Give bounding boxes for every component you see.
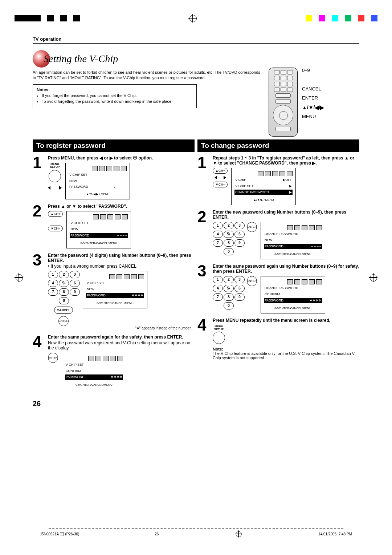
step3b-text: If you input a wrong number, press CANCE… xyxy=(51,264,138,269)
cancel-button-icon: CANCEL xyxy=(54,307,73,314)
enter-button-icon: ENTER xyxy=(247,276,257,286)
footer-meta: J5N00621A [E] (P26-30) 26 14/01/2005, 7:… xyxy=(33,528,359,538)
menu-button-icon xyxy=(213,332,225,344)
remote-label-enter: ENTER xyxy=(302,95,324,101)
section-label: TV operation xyxy=(33,36,359,42)
header-rule xyxy=(33,43,359,44)
mask-note: "✲" appears instead of the number. xyxy=(48,326,195,330)
r-step4-text: Press MENU repeatedly until the menu scr… xyxy=(213,318,330,323)
footer-left: J5N00621A [E] (P26-30) xyxy=(40,532,79,536)
enter-button-icon: ENTER xyxy=(48,353,58,363)
step-number: 1 xyxy=(197,155,210,205)
remote-labels: 0–9 CANCEL ENTER ▲/▼/◀/▶ MENU xyxy=(302,68,324,120)
step-number: 3 xyxy=(33,253,45,330)
printer-registration-bar xyxy=(0,14,392,23)
ch-up-icon: ▲CH+ xyxy=(48,211,63,217)
note-item: To avoid forgetting the password, write … xyxy=(42,99,193,104)
step-number: 2 xyxy=(197,210,210,259)
col-register: To register password 1 Press MENU, then … xyxy=(33,139,195,394)
number-pad-icon: 123 45•6 789 0 xyxy=(213,276,244,309)
step-number: 4 xyxy=(197,318,210,360)
step-number: 1 xyxy=(33,155,45,199)
left-arrow-icon xyxy=(215,176,217,179)
registration-mark-icon xyxy=(235,530,242,537)
osd-screen: V-CHIP SET CONFIRM PASSWORD✲✲✲✲ 0-9/ENTE… xyxy=(62,353,126,390)
ch-up-icon: ▲CH+ xyxy=(213,168,228,174)
menu-button-icon xyxy=(49,170,61,182)
note-heading: Note: xyxy=(213,347,223,351)
menu-setup-label: MENU SETUP xyxy=(214,325,224,331)
step3-text: Enter the password (4 digits) using Numb… xyxy=(48,253,191,263)
remote-label-cancel: CANCEL xyxy=(302,86,324,92)
osd-screen: V-CHIP SET NEW PASSWORD– – – – 0-9/ENTER… xyxy=(66,211,131,248)
note-body: The V-Chip feature is available only for… xyxy=(213,351,356,360)
col-heading: To register password xyxy=(33,139,195,152)
osd-screen: V-CHIP SET NEW PASSWORD: – – – – ▲/▼/◀/▶… xyxy=(65,163,130,199)
remote-icon xyxy=(269,68,298,137)
right-arrow-icon xyxy=(59,186,62,190)
number-pad-icon: 123 45•6 789 0 xyxy=(48,271,79,304)
number-pad-icon: 123 45•6 789 0 xyxy=(213,222,244,255)
step1-text: Press MENU, then press ◀ or ▶ to select … xyxy=(48,155,153,161)
step2-text: Press ▲ or ▼ to select "PASSWORD". xyxy=(48,204,127,209)
left-arrow-icon xyxy=(48,186,50,190)
enter-button-icon: ENTER xyxy=(58,316,69,326)
step-number: 3 xyxy=(197,264,210,313)
color-blocks-left xyxy=(15,15,80,21)
registration-mark-icon xyxy=(188,14,197,23)
menu-setup-label: MENU SETUP xyxy=(50,163,60,169)
notes-heading: Notes: xyxy=(37,88,193,92)
osd-screen: CHANGE PASSWORD CONFIRM PASSWORD✲✲✲✲ 0-9… xyxy=(261,276,325,313)
footer-mid: 26 xyxy=(155,532,159,536)
note-item: If you forget the password, you cannot s… xyxy=(42,93,193,98)
step4b-text: Now the password was registered and V-Ch… xyxy=(48,340,195,351)
remote-label-num: 0–9 xyxy=(302,68,324,74)
right-arrow-icon xyxy=(224,176,226,179)
osd-screen: V-CHIP SET NEW PASSWORD✲✲✲✲ 0-9/ENTER/CA… xyxy=(83,271,147,308)
remote-label-arrows: ▲/▼/◀/▶ xyxy=(302,104,324,111)
enter-button-icon: ENTER xyxy=(247,222,257,232)
intro-paragraph: An age limitation can be set to forbid c… xyxy=(33,68,261,81)
registration-mark-icon xyxy=(369,273,377,282)
osd-screen: V-CHIP▶OFF V-CHIP SET▶ CHANGE PASSWORD▶ … xyxy=(231,168,296,205)
remote-label-menu: MENU xyxy=(302,114,324,120)
col-change: To change password 1 Repeat steps 1 ~ 3 … xyxy=(197,139,359,394)
step-number: 2 xyxy=(33,204,45,248)
step-number: 4 xyxy=(33,335,45,390)
registration-mark-icon xyxy=(15,273,23,282)
page-title: Setting the V-Chip xyxy=(44,53,118,65)
r-step1-text: Repeat steps 1 ~ 3 in "To register passw… xyxy=(213,155,354,166)
page-number: 26 xyxy=(33,400,359,408)
step4-text: Enter the same password again for the sa… xyxy=(48,335,183,340)
col-heading: To change password xyxy=(197,139,359,152)
footer-right: 14/01/2005, 7:43 PM xyxy=(318,532,352,536)
osd-screen: CHANGE PASSWORD NEW PASSWORD– – – – 0-9/… xyxy=(261,222,325,259)
r-step2-text: Enter the new password using Number butt… xyxy=(213,210,346,220)
color-blocks-right xyxy=(306,15,377,21)
ch-down-icon: ▼CH– xyxy=(213,182,228,187)
r-step3-text: Enter the same password again using Numb… xyxy=(213,264,359,274)
ch-down-icon: ▼CH– xyxy=(48,226,63,231)
notes-box: Notes: If you forget the password, you c… xyxy=(33,84,197,108)
